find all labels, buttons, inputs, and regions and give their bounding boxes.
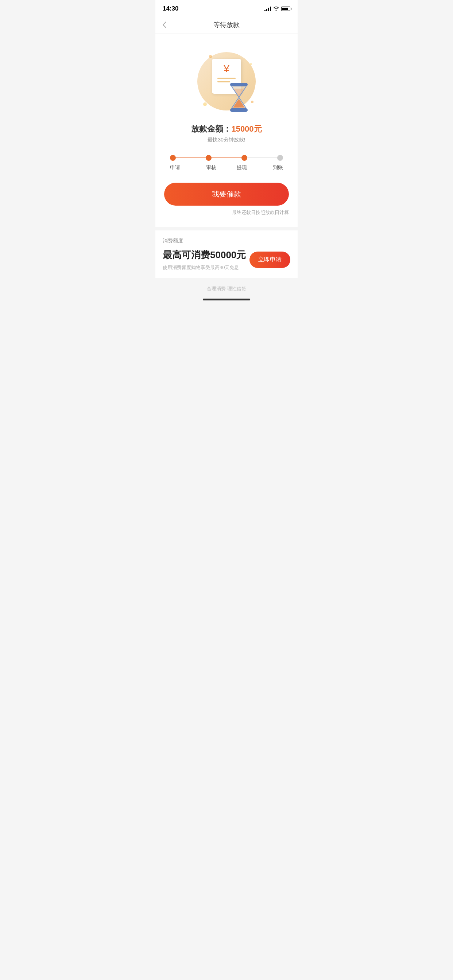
svg-rect-0 (230, 83, 248, 86)
amount-title: 放款金额：15000元 (164, 124, 289, 135)
card-section-label: 消费额度 (163, 238, 290, 244)
battery-icon (281, 6, 290, 11)
hourglass-icon (228, 83, 250, 108)
step-label-3: 提现 (231, 164, 253, 171)
amount-section: 放款金额：15000元 最快30分钟放款! (164, 118, 289, 146)
home-indicator (155, 296, 298, 306)
amount-subtitle: 最快30分钟放款! (164, 137, 289, 143)
nav-bar: 等待放款 (155, 16, 298, 34)
card-section: 消费额度 最高可消费50000元 使用消费额度购物享受最高40天免息 立即申请 (155, 231, 298, 278)
illustration: ¥ (194, 48, 259, 114)
step-labels: 申请 审核 提现 到账 (170, 164, 283, 171)
note-text: 最终还款日按照放款日计算 (164, 209, 289, 216)
progress-section: 申请 审核 提现 到账 (164, 146, 289, 174)
step-label-2: 审核 (200, 164, 222, 171)
progress-track (170, 155, 283, 161)
card-row: 最高可消费50000元 使用消费额度购物享受最高40天免息 立即申请 (163, 249, 290, 271)
amount-label: 放款金额： (191, 124, 231, 134)
main-content: ¥ (155, 34, 298, 227)
home-bar (203, 299, 250, 301)
step-dot-2 (206, 155, 212, 161)
step-label-1: 申请 (170, 164, 192, 171)
card-left: 最高可消费50000元 使用消费额度购物享受最高40天免息 (163, 249, 246, 271)
back-button[interactable] (163, 22, 166, 28)
apply-now-button[interactable]: 立即申请 (249, 251, 290, 268)
footer-text: 合理消费 理性借贷 (155, 278, 298, 296)
signal-icon (265, 6, 271, 11)
amount-value: 15000元 (231, 124, 262, 134)
illustration-container: ¥ (164, 41, 289, 118)
status-time: 14:30 (163, 5, 179, 13)
page-title: 等待放款 (214, 21, 239, 29)
yen-icon: ¥ (223, 63, 230, 75)
card-amount: 最高可消费50000元 (163, 249, 246, 261)
status-bar: 14:30 (155, 0, 298, 16)
step-dot-1 (170, 155, 176, 161)
step-dot-3 (241, 155, 247, 161)
urge-payment-button[interactable]: 我要催款 (164, 183, 289, 205)
step-label-4: 到账 (261, 164, 283, 171)
status-icons (265, 6, 290, 12)
svg-rect-1 (230, 108, 248, 112)
wifi-icon (273, 6, 279, 12)
card-desc: 使用消费额度购物享受最高40天免息 (163, 264, 246, 271)
step-dot-4 (277, 155, 283, 161)
